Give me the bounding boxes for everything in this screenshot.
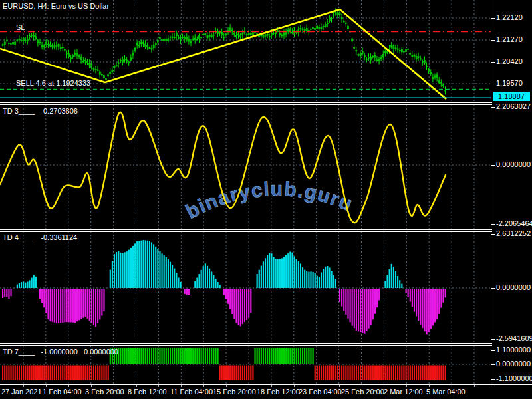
axis-tick bbox=[491, 18, 495, 19]
panel-separator[interactable] bbox=[0, 104, 492, 106]
time-axis-label: 5 Mar 04:00 bbox=[426, 388, 466, 396]
td3-value: -0.2703606 bbox=[41, 107, 78, 115]
price-axis-label: 0.0000000 bbox=[496, 160, 531, 168]
axis-tick bbox=[491, 165, 495, 166]
td4-name: TD 4____ bbox=[3, 233, 35, 241]
time-axis-label: 15 Feb 20:00 bbox=[213, 388, 256, 396]
td4-value: -0.3361124 bbox=[41, 233, 77, 241]
time-axis-tick bbox=[429, 385, 430, 387]
price-axis-label: 0.0000000 bbox=[496, 283, 531, 291]
chart-title: EURUSD, H4: Euro vs US Dollar bbox=[3, 2, 109, 10]
time-axis-tick bbox=[317, 385, 317, 387]
time-axis-tick bbox=[158, 385, 159, 387]
time-axis-label: 27 Jan 2021 bbox=[1, 388, 42, 396]
sell-order-label: SELL 4.6 at 1.1924333 bbox=[16, 79, 90, 87]
time-axis-tick bbox=[68, 385, 69, 387]
axis-tick bbox=[491, 350, 495, 351]
td3-indicator-panel[interactable]: binaryclub.guru bbox=[0, 105, 491, 229]
axis-tick bbox=[491, 84, 495, 84]
axis-tick bbox=[491, 379, 495, 380]
price-axis[interactable]: 1.18887 1.221201.212701.204201.195702.20… bbox=[491, 0, 532, 384]
time-axis-tick bbox=[339, 385, 340, 387]
time-axis-label: 11 Feb 04:00 bbox=[170, 388, 213, 396]
time-axis-tick bbox=[249, 385, 249, 387]
axis-tick bbox=[491, 288, 495, 289]
chart-window: binaryclub.guru EURUSD, H4: Euro vs US D… bbox=[0, 0, 532, 399]
price-axis-label: -2.2065464 bbox=[496, 219, 532, 227]
time-axis-tick bbox=[181, 385, 182, 387]
td4-header: TD 4____-0.3361124 bbox=[3, 233, 77, 241]
time-axis-tick bbox=[136, 385, 137, 387]
price-axis-label: 1.19570 bbox=[496, 79, 523, 87]
time-axis-tick bbox=[474, 385, 475, 387]
td7-value-2: 0.0000000 bbox=[84, 348, 118, 356]
time-axis-tick bbox=[271, 385, 272, 387]
time-axis-label: 3 Feb 20:00 bbox=[85, 388, 124, 396]
time-axis-tick bbox=[91, 385, 92, 387]
td7-header: TD 7____-1.00000000.0000000 bbox=[3, 348, 118, 356]
time-axis-tick bbox=[452, 385, 452, 387]
time-axis-tick bbox=[46, 385, 47, 387]
time-axis-tick bbox=[203, 385, 204, 387]
axis-tick bbox=[491, 234, 495, 235]
price-axis-label: 1.21270 bbox=[496, 35, 523, 43]
sl-label: SL bbox=[16, 23, 25, 31]
panel-separator[interactable] bbox=[0, 345, 492, 346]
watermark-text: binaryclub.guru bbox=[182, 178, 356, 223]
time-axis-label: 23 Feb 04:00 bbox=[299, 388, 342, 396]
price-axis-label: -1.1000000 bbox=[496, 374, 532, 382]
td4-indicator-panel[interactable] bbox=[0, 231, 491, 343]
td3-name: TD 3____ bbox=[3, 107, 35, 115]
current-price-badge: 1.18887 bbox=[493, 92, 530, 101]
price-axis-label: 2.6312252 bbox=[496, 229, 531, 237]
time-axis-label: 18 Feb 12:00 bbox=[257, 388, 300, 396]
price-axis-label: 2.2063027 bbox=[496, 102, 531, 110]
axis-tick bbox=[491, 364, 495, 365]
price-axis-label: -2.5941609 bbox=[496, 334, 532, 342]
time-axis-label: 2 Mar 12:00 bbox=[384, 388, 423, 396]
axis-tick bbox=[491, 107, 495, 108]
price-axis-label: 1.20420 bbox=[496, 57, 523, 65]
time-axis-tick bbox=[226, 385, 227, 387]
time-axis-label: 1 Feb 04:00 bbox=[43, 388, 82, 396]
td7-value-1: -1.0000000 bbox=[41, 348, 78, 356]
time-axis-tick bbox=[23, 385, 24, 387]
time-axis-label: 25 Feb 20:00 bbox=[341, 388, 384, 396]
panel-separator[interactable] bbox=[0, 229, 492, 230]
price-axis-border bbox=[491, 0, 491, 384]
axis-tick bbox=[491, 40, 495, 41]
axis-tick bbox=[491, 62, 495, 63]
td3-header: TD 3____-0.2703606 bbox=[3, 107, 78, 115]
price-axis-label: 1.1000000 bbox=[496, 346, 531, 354]
time-axis[interactable]: 27 Jan 20211 Feb 04:003 Feb 20:008 Feb 1… bbox=[0, 384, 532, 399]
time-axis-tick bbox=[114, 385, 114, 387]
td7-name: TD 7____ bbox=[3, 348, 35, 356]
time-axis-tick bbox=[406, 385, 407, 387]
price-axis-label: 0.0000000 bbox=[496, 360, 531, 368]
panel-separator[interactable] bbox=[0, 231, 492, 232]
time-axis-tick bbox=[384, 385, 384, 387]
panel-separator[interactable] bbox=[0, 343, 492, 344]
axis-tick bbox=[491, 224, 495, 225]
axis-tick bbox=[491, 339, 495, 340]
time-axis-tick bbox=[362, 385, 362, 387]
time-axis-tick bbox=[294, 385, 295, 387]
panel-separator[interactable] bbox=[0, 102, 492, 104]
time-axis-label: 8 Feb 12:00 bbox=[128, 388, 167, 396]
price-axis-label: 1.22120 bbox=[496, 13, 523, 21]
